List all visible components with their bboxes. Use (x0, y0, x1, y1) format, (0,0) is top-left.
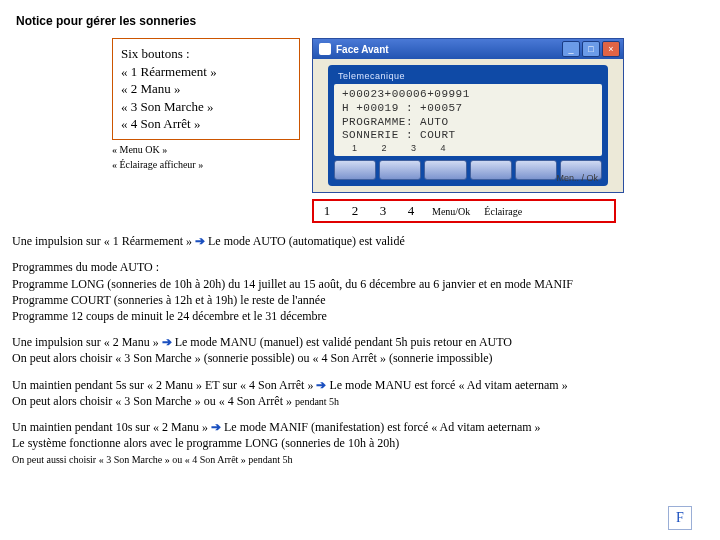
p4-c-b: pendant 5h (295, 396, 339, 407)
hw-button-4[interactable] (470, 160, 512, 180)
p1-a: Une impulsion sur « 1 Réarmement » (12, 234, 195, 248)
instruction-column: Six boutons : « 1 Réarmement » « 2 Manu … (112, 38, 300, 170)
window: Face Avant _ □ × Telemecanique +00023+00… (312, 38, 624, 193)
maximize-button[interactable]: □ (582, 41, 600, 57)
box-small-2: « Éclairage afficheur » (112, 159, 300, 170)
lcd-foot-2: 2 (382, 143, 388, 154)
p2-1: Programme LONG (sonneries de 10h à 20h) … (12, 277, 573, 291)
arrow-icon: ➔ (162, 335, 172, 349)
titlebar: Face Avant _ □ × (313, 39, 623, 59)
lcd-screen: +00023+00006+09991 H +00019 : +00057 PRO… (334, 84, 602, 156)
lcd-line-1: +00023+00006+09991 (342, 88, 470, 100)
hw-button-3[interactable] (424, 160, 466, 180)
p3-b: Le mode MANU (manuel) est validé pendant… (172, 335, 512, 349)
para-1: Une impulsion sur « 1 Réarmement » ➔ Le … (12, 233, 708, 249)
button-labels-row: 1 2 3 4 Menu/Ok Éclairage (312, 199, 616, 223)
p5-c: Le système fonctionne alors avec le prog… (12, 436, 399, 450)
window-icon (319, 43, 331, 55)
para-5: Un maintien pendant 10s sur « 2 Manu » ➔… (12, 419, 708, 468)
box-line-4: « 4 Son Arrêt » (121, 115, 291, 133)
p3-a: Une impulsion sur « 2 Manu » (12, 335, 162, 349)
label-1: 1 (320, 203, 334, 219)
p4-c-a: On peut alors choisir « 3 Son Marche » o… (12, 394, 295, 408)
top-row: Six boutons : « 1 Réarmement » « 2 Manu … (12, 38, 708, 223)
p2-2: Programme COURT (sonneries à 12h et à 19… (12, 293, 325, 307)
label-2: 2 (348, 203, 362, 219)
lcd-line-3: PROGRAMME: AUTO (342, 116, 449, 128)
device-brand: Telemecanique (338, 71, 602, 81)
p4-b: Le mode MANU est forcé « Ad vitam aetern… (326, 378, 567, 392)
hw-button-1[interactable] (334, 160, 376, 180)
arrow-icon: ➔ (211, 420, 221, 434)
p1-b: Le mode AUTO (automatique) est validé (205, 234, 405, 248)
label-menu: Menu/Ok (432, 206, 470, 217)
para-3: Une impulsion sur « 2 Manu » ➔ Le mode M… (12, 334, 708, 366)
box-heading: Six boutons : (121, 45, 291, 63)
minimize-button[interactable]: _ (562, 41, 580, 57)
hw-button-menu[interactable] (515, 160, 557, 180)
box-line-2: « 2 Manu » (121, 80, 291, 98)
page: Notice pour gérer les sonneries Six bout… (12, 14, 708, 538)
label-3: 3 (376, 203, 390, 219)
p3-c: On peut alors choisir « 3 Son Marche » (… (12, 351, 493, 365)
label-eclairage: Éclairage (484, 206, 522, 217)
p5-b: Le mode MANIF (manifestation) est forcé … (221, 420, 541, 434)
lcd-foot-1: 1 (352, 143, 358, 154)
device-column: Face Avant _ □ × Telemecanique +00023+00… (312, 38, 708, 223)
arrow-icon: ➔ (316, 378, 326, 392)
p2-3: Programme 12 coups de minuit le 24 décem… (12, 309, 327, 323)
lcd-foot-4: 4 (441, 143, 447, 154)
arrow-icon: ➔ (195, 234, 205, 248)
window-title: Face Avant (336, 44, 560, 55)
hw-button-2[interactable] (379, 160, 421, 180)
page-title: Notice pour gérer les sonneries (16, 14, 708, 28)
instruction-box: Six boutons : « 1 Réarmement » « 2 Manu … (112, 38, 300, 140)
p4-a: Un maintien pendant 5s sur « 2 Manu » ET… (12, 378, 316, 392)
device-panel: Telemecanique +00023+00006+09991 H +0001… (328, 65, 608, 186)
lcd-line-4: SONNERIE : COURT (342, 129, 456, 141)
box-small-1: « Menu OK » (112, 144, 300, 155)
page-letter: F (668, 506, 692, 530)
p5-d: On peut aussi choisir « 3 Son Marche » o… (12, 454, 293, 465)
label-4: 4 (404, 203, 418, 219)
box-line-1: « 1 Réarmement » (121, 63, 291, 81)
para-4: Un maintien pendant 5s sur « 2 Manu » ET… (12, 377, 708, 409)
lcd-foot-3: 3 (411, 143, 417, 154)
lcd-line-2: H +00019 : +00057 (342, 102, 463, 114)
para-2: Programmes du mode AUTO : Programme LONG… (12, 259, 708, 324)
box-line-3: « 3 Son Marche » (121, 98, 291, 116)
menu-ok-hint: Men.. / Ok (556, 173, 598, 183)
close-button[interactable]: × (602, 41, 620, 57)
window-client: Telemecanique +00023+00006+09991 H +0001… (313, 59, 623, 192)
p2-h: Programmes du mode AUTO : (12, 260, 159, 274)
p5-a: Un maintien pendant 10s sur « 2 Manu » (12, 420, 211, 434)
